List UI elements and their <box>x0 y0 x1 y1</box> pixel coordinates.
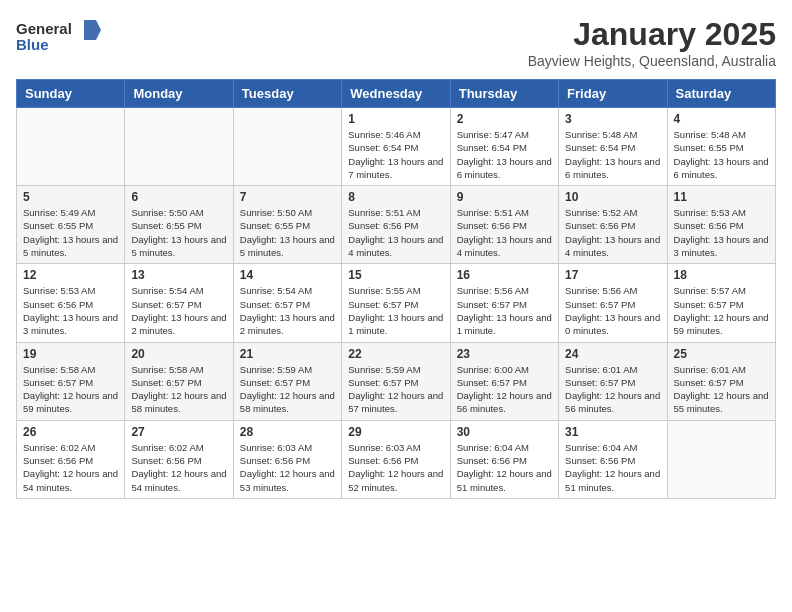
cell-info: Sunrise: 5:59 AM Sunset: 6:57 PM Dayligh… <box>348 363 443 416</box>
day-number: 19 <box>23 347 118 361</box>
day-number: 31 <box>565 425 660 439</box>
calendar-cell: 11Sunrise: 5:53 AM Sunset: 6:56 PM Dayli… <box>667 186 775 264</box>
calendar-cell: 16Sunrise: 5:56 AM Sunset: 6:57 PM Dayli… <box>450 264 558 342</box>
day-number: 20 <box>131 347 226 361</box>
cell-info: Sunrise: 6:04 AM Sunset: 6:56 PM Dayligh… <box>565 441 660 494</box>
cell-info: Sunrise: 5:54 AM Sunset: 6:57 PM Dayligh… <box>131 284 226 337</box>
calendar-cell: 31Sunrise: 6:04 AM Sunset: 6:56 PM Dayli… <box>559 420 667 498</box>
calendar-cell: 20Sunrise: 5:58 AM Sunset: 6:57 PM Dayli… <box>125 342 233 420</box>
logo: General Blue <box>16 16 106 60</box>
calendar-week-row: 19Sunrise: 5:58 AM Sunset: 6:57 PM Dayli… <box>17 342 776 420</box>
page-header: General Blue January 2025 Bayview Height… <box>16 16 776 69</box>
calendar-cell: 25Sunrise: 6:01 AM Sunset: 6:57 PM Dayli… <box>667 342 775 420</box>
calendar-week-row: 12Sunrise: 5:53 AM Sunset: 6:56 PM Dayli… <box>17 264 776 342</box>
calendar-cell: 19Sunrise: 5:58 AM Sunset: 6:57 PM Dayli… <box>17 342 125 420</box>
cell-info: Sunrise: 5:55 AM Sunset: 6:57 PM Dayligh… <box>348 284 443 337</box>
logo-text: General Blue <box>16 16 106 60</box>
calendar-cell: 7Sunrise: 5:50 AM Sunset: 6:55 PM Daylig… <box>233 186 341 264</box>
cell-info: Sunrise: 5:48 AM Sunset: 6:54 PM Dayligh… <box>565 128 660 181</box>
day-number: 7 <box>240 190 335 204</box>
calendar-cell: 3Sunrise: 5:48 AM Sunset: 6:54 PM Daylig… <box>559 108 667 186</box>
cell-info: Sunrise: 5:46 AM Sunset: 6:54 PM Dayligh… <box>348 128 443 181</box>
cell-info: Sunrise: 5:57 AM Sunset: 6:57 PM Dayligh… <box>674 284 769 337</box>
calendar-cell: 21Sunrise: 5:59 AM Sunset: 6:57 PM Dayli… <box>233 342 341 420</box>
title-area: January 2025 Bayview Heights, Queensland… <box>528 16 776 69</box>
calendar-cell: 15Sunrise: 5:55 AM Sunset: 6:57 PM Dayli… <box>342 264 450 342</box>
calendar-week-row: 1Sunrise: 5:46 AM Sunset: 6:54 PM Daylig… <box>17 108 776 186</box>
day-number: 21 <box>240 347 335 361</box>
calendar-cell: 2Sunrise: 5:47 AM Sunset: 6:54 PM Daylig… <box>450 108 558 186</box>
cell-info: Sunrise: 5:54 AM Sunset: 6:57 PM Dayligh… <box>240 284 335 337</box>
calendar-cell: 22Sunrise: 5:59 AM Sunset: 6:57 PM Dayli… <box>342 342 450 420</box>
cell-info: Sunrise: 6:00 AM Sunset: 6:57 PM Dayligh… <box>457 363 552 416</box>
day-number: 4 <box>674 112 769 126</box>
cell-info: Sunrise: 5:56 AM Sunset: 6:57 PM Dayligh… <box>565 284 660 337</box>
cell-info: Sunrise: 6:02 AM Sunset: 6:56 PM Dayligh… <box>23 441 118 494</box>
weekday-header-saturday: Saturday <box>667 80 775 108</box>
day-number: 15 <box>348 268 443 282</box>
day-number: 3 <box>565 112 660 126</box>
day-number: 11 <box>674 190 769 204</box>
cell-info: Sunrise: 6:04 AM Sunset: 6:56 PM Dayligh… <box>457 441 552 494</box>
calendar-cell: 23Sunrise: 6:00 AM Sunset: 6:57 PM Dayli… <box>450 342 558 420</box>
weekday-header-sunday: Sunday <box>17 80 125 108</box>
svg-text:Blue: Blue <box>16 36 49 53</box>
day-number: 2 <box>457 112 552 126</box>
calendar-cell: 4Sunrise: 5:48 AM Sunset: 6:55 PM Daylig… <box>667 108 775 186</box>
weekday-header-friday: Friday <box>559 80 667 108</box>
calendar-cell <box>667 420 775 498</box>
day-number: 29 <box>348 425 443 439</box>
cell-info: Sunrise: 5:53 AM Sunset: 6:56 PM Dayligh… <box>674 206 769 259</box>
weekday-header-tuesday: Tuesday <box>233 80 341 108</box>
day-number: 9 <box>457 190 552 204</box>
calendar-cell: 26Sunrise: 6:02 AM Sunset: 6:56 PM Dayli… <box>17 420 125 498</box>
day-number: 28 <box>240 425 335 439</box>
calendar-cell: 18Sunrise: 5:57 AM Sunset: 6:57 PM Dayli… <box>667 264 775 342</box>
day-number: 18 <box>674 268 769 282</box>
calendar-week-row: 5Sunrise: 5:49 AM Sunset: 6:55 PM Daylig… <box>17 186 776 264</box>
day-number: 8 <box>348 190 443 204</box>
day-number: 22 <box>348 347 443 361</box>
weekday-header-monday: Monday <box>125 80 233 108</box>
calendar-cell: 5Sunrise: 5:49 AM Sunset: 6:55 PM Daylig… <box>17 186 125 264</box>
calendar-cell: 12Sunrise: 5:53 AM Sunset: 6:56 PM Dayli… <box>17 264 125 342</box>
cell-info: Sunrise: 5:53 AM Sunset: 6:56 PM Dayligh… <box>23 284 118 337</box>
calendar-cell: 9Sunrise: 5:51 AM Sunset: 6:56 PM Daylig… <box>450 186 558 264</box>
cell-info: Sunrise: 5:56 AM Sunset: 6:57 PM Dayligh… <box>457 284 552 337</box>
day-number: 27 <box>131 425 226 439</box>
cell-info: Sunrise: 5:51 AM Sunset: 6:56 PM Dayligh… <box>348 206 443 259</box>
cell-info: Sunrise: 5:47 AM Sunset: 6:54 PM Dayligh… <box>457 128 552 181</box>
weekday-header-thursday: Thursday <box>450 80 558 108</box>
day-number: 30 <box>457 425 552 439</box>
day-number: 17 <box>565 268 660 282</box>
weekday-header-wednesday: Wednesday <box>342 80 450 108</box>
day-number: 26 <box>23 425 118 439</box>
day-number: 14 <box>240 268 335 282</box>
cell-info: Sunrise: 5:50 AM Sunset: 6:55 PM Dayligh… <box>131 206 226 259</box>
cell-info: Sunrise: 6:01 AM Sunset: 6:57 PM Dayligh… <box>565 363 660 416</box>
cell-info: Sunrise: 5:52 AM Sunset: 6:56 PM Dayligh… <box>565 206 660 259</box>
day-number: 1 <box>348 112 443 126</box>
day-number: 6 <box>131 190 226 204</box>
cell-info: Sunrise: 5:58 AM Sunset: 6:57 PM Dayligh… <box>131 363 226 416</box>
calendar-cell: 14Sunrise: 5:54 AM Sunset: 6:57 PM Dayli… <box>233 264 341 342</box>
calendar-cell: 1Sunrise: 5:46 AM Sunset: 6:54 PM Daylig… <box>342 108 450 186</box>
cell-info: Sunrise: 5:50 AM Sunset: 6:55 PM Dayligh… <box>240 206 335 259</box>
calendar-cell: 8Sunrise: 5:51 AM Sunset: 6:56 PM Daylig… <box>342 186 450 264</box>
cell-info: Sunrise: 6:01 AM Sunset: 6:57 PM Dayligh… <box>674 363 769 416</box>
calendar-cell: 29Sunrise: 6:03 AM Sunset: 6:56 PM Dayli… <box>342 420 450 498</box>
calendar-cell: 6Sunrise: 5:50 AM Sunset: 6:55 PM Daylig… <box>125 186 233 264</box>
day-number: 25 <box>674 347 769 361</box>
weekday-header-row: SundayMondayTuesdayWednesdayThursdayFrid… <box>17 80 776 108</box>
calendar-cell: 27Sunrise: 6:02 AM Sunset: 6:56 PM Dayli… <box>125 420 233 498</box>
calendar-week-row: 26Sunrise: 6:02 AM Sunset: 6:56 PM Dayli… <box>17 420 776 498</box>
calendar-cell <box>125 108 233 186</box>
day-number: 16 <box>457 268 552 282</box>
calendar-cell: 28Sunrise: 6:03 AM Sunset: 6:56 PM Dayli… <box>233 420 341 498</box>
calendar-cell: 24Sunrise: 6:01 AM Sunset: 6:57 PM Dayli… <box>559 342 667 420</box>
location-title: Bayview Heights, Queensland, Australia <box>528 53 776 69</box>
day-number: 23 <box>457 347 552 361</box>
cell-info: Sunrise: 5:51 AM Sunset: 6:56 PM Dayligh… <box>457 206 552 259</box>
svg-text:General: General <box>16 20 72 37</box>
calendar-cell: 17Sunrise: 5:56 AM Sunset: 6:57 PM Dayli… <box>559 264 667 342</box>
